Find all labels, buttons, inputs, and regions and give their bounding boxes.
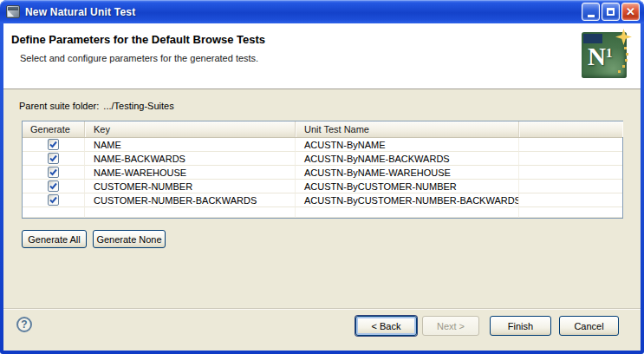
generate-none-button[interactable]: Generate None [93,230,166,248]
maximize-icon [607,8,615,16]
unit-test-name-cell: ACUSTN-ByNAME [296,138,519,152]
next-button: Next > [422,316,479,336]
generate-checkbox[interactable] [48,180,59,192]
maximize-button[interactable] [602,3,620,21]
minimize-icon [588,15,595,17]
key-cell: CUSTOMER-NUMBER-BACKWARDS [85,193,296,207]
table-header-row: Generate Key Unit Test Name [23,121,622,138]
close-button[interactable]: ✕ [621,3,640,21]
dialog-frame: Define Parameters for the Default Browse… [3,23,641,351]
window-controls: ✕ [582,3,640,21]
generate-checkbox[interactable] [48,139,59,150]
parent-suite-value: .../Testing-Suites [103,101,173,111]
page-title: Define Parameters for the Default Browse… [11,33,265,46]
cancel-button[interactable]: Cancel [559,316,619,336]
generate-checkbox[interactable] [48,194,59,206]
help-icon[interactable]: ? [16,317,32,332]
column-header-empty [519,121,622,137]
key-cell: NAME-BACKWARDS [85,152,296,166]
wizard-button-bar: ? < Back Next > Finish Cancel [3,308,641,350]
unit-test-name-cell: ACUSTN-ByCUSTOMER-NUMBER [296,180,519,193]
generate-checkbox[interactable] [48,167,59,178]
table-row[interactable]: CUSTOMER-NUMBER ACUSTN-ByCUSTOMER-NUMBER [23,180,622,193]
parent-suite-label: Parent suite folder: [19,101,99,111]
generate-checkbox[interactable] [48,153,59,164]
parent-suite-folder: Parent suite folder:.../Testing-Suites [19,101,174,111]
unit-test-name-cell: ACUSTN-ByNAME-WAREHOUSE [296,166,519,180]
column-header-key[interactable]: Key [85,121,296,137]
table-empty-row [23,207,622,218]
unit-test-name-cell: ACUSTN-ByNAME-BACKWARDS [296,152,519,166]
column-header-generate[interactable]: Generate [23,121,85,137]
dialog-window: New Natural Unit Test ✕ Define Parameter… [0,0,644,354]
page-subtitle: Select and configure parameters for the … [20,53,258,63]
naturalone-logo-icon: N1 [582,30,632,80]
table-row[interactable]: NAME-BACKWARDS ACUSTN-ByNAME-BACKWARDS [23,152,622,166]
parameters-table: Generate Key Unit Test Name NAME ACUSTN-… [22,121,623,219]
minimize-button[interactable] [582,3,600,21]
key-cell: NAME [85,138,296,152]
logo-letter: N1 [588,44,612,69]
wizard-content: Parent suite folder:.../Testing-Suites G… [3,89,641,308]
window-title: New Natural Unit Test [25,6,582,18]
table-row[interactable]: NAME ACUSTN-ByNAME [23,138,622,152]
column-header-unit-test-name[interactable]: Unit Test Name [296,121,519,137]
key-cell: NAME-WAREHOUSE [85,166,296,180]
close-icon: ✕ [626,6,635,17]
back-button[interactable]: < Back [355,316,417,336]
table-row[interactable]: NAME-WAREHOUSE ACUSTN-ByNAME-WAREHOUSE [23,166,622,180]
title-bar[interactable]: New Natural Unit Test ✕ [0,0,644,23]
key-cell: CUSTOMER-NUMBER [85,180,296,193]
unit-test-name-cell: ACUSTN-ByCUSTOMER-NUMBER-BACKWARDS [296,193,519,207]
wizard-window-icon [6,5,20,18]
finish-button[interactable]: Finish [490,316,551,336]
wizard-header: Define Parameters for the Default Browse… [3,23,641,89]
generate-all-button[interactable]: Generate All [22,230,87,248]
table-row[interactable]: CUSTOMER-NUMBER-BACKWARDS ACUSTN-ByCUSTO… [23,193,622,207]
